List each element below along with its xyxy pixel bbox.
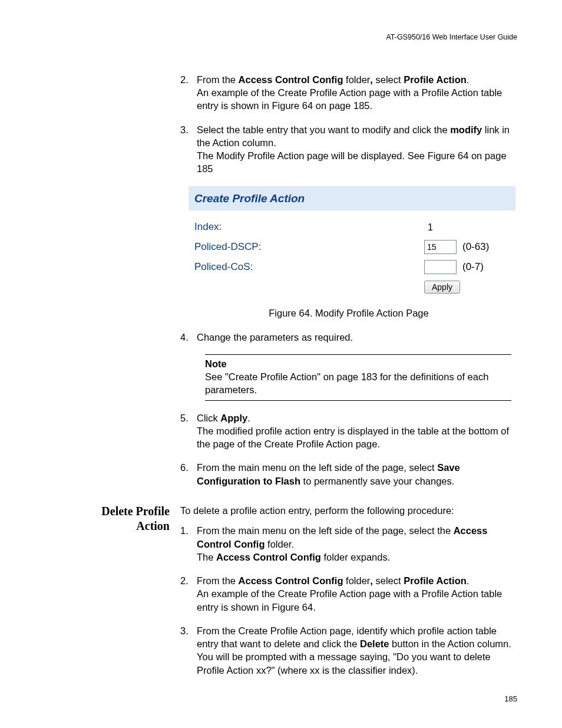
value-area-cos: (0-7) xyxy=(371,260,510,274)
text: From the xyxy=(197,575,239,586)
step-number: 2. xyxy=(180,574,197,614)
side-column xyxy=(45,73,180,498)
panel-title: Create Profile Action xyxy=(189,186,515,211)
text: Select the table entry that you want to … xyxy=(197,124,450,135)
bold-comma: , xyxy=(370,74,375,85)
bold: Access Control Config xyxy=(216,552,321,562)
section-delete-profile-action: Delete Profile Action To delete a profil… xyxy=(45,504,517,687)
text: From the main menu on the left side of t… xyxy=(197,525,454,536)
heading-line1: Delete Profile xyxy=(101,505,170,518)
step-5: 5. Click Apply. The modified profile act… xyxy=(180,411,517,451)
spacer xyxy=(194,281,424,294)
note-rule-bottom xyxy=(205,400,511,401)
policed-cos-input[interactable] xyxy=(424,260,457,274)
procedure-list-1c: 5. Click Apply. The modified profile act… xyxy=(180,411,517,487)
heading-line2: Action xyxy=(136,519,170,532)
step-2: 2. From the Access Control Config folder… xyxy=(180,73,517,113)
value-area-dscp: (0-63) xyxy=(371,240,510,254)
text: to permanently save your changes. xyxy=(300,476,454,486)
text: From the main menu on the left side of t… xyxy=(197,462,437,473)
step-followup: The modified profile action entry is dis… xyxy=(197,424,517,451)
page-number: 185 xyxy=(504,694,517,704)
panel-button-row: Apply xyxy=(189,277,515,296)
procedure-list-1: 2. From the Access Control Config folder… xyxy=(180,73,517,176)
row-policed-dscp: Policed-DSCP: (0-63) xyxy=(189,237,515,257)
bold-comma: , xyxy=(370,575,375,586)
label-policed-cos: Policed-CoS: xyxy=(194,261,371,274)
cos-range: (0-7) xyxy=(462,261,484,274)
row-index: Index: 1 xyxy=(189,218,515,237)
step-3: 3. From the Create Profile Action page, … xyxy=(180,624,517,677)
value-area-index: 1 xyxy=(371,221,510,234)
bold: Profile Action xyxy=(404,74,467,85)
step-body: From the Access Control Config folder, s… xyxy=(197,574,517,614)
step-number: 3. xyxy=(180,123,197,176)
note-rule-top xyxy=(205,354,511,355)
row-policed-cos: Policed-CoS: (0-7) xyxy=(189,257,515,277)
procedure-list-1b: 4. Change the parameters as required. xyxy=(180,331,517,344)
step-number: 6. xyxy=(180,461,197,487)
index-value: 1 xyxy=(424,221,433,234)
text: The xyxy=(197,552,216,562)
label-index: Index: xyxy=(194,220,371,234)
step-number: 1. xyxy=(180,524,197,564)
text: From the xyxy=(197,74,239,85)
step-2: 2. From the Access Control Config folder… xyxy=(180,574,517,614)
step-followup: You will be prompted with a message sayi… xyxy=(197,650,517,677)
text: folder xyxy=(343,74,370,85)
bold: Access Control Config xyxy=(239,575,343,586)
step-followup: An example of the Create Profile Action … xyxy=(197,587,517,614)
note-block: Note See "Create Profile Action" on page… xyxy=(205,354,511,401)
step-number: 3. xyxy=(180,624,197,677)
figure-caption: Figure 64. Modify Profile Action Page xyxy=(180,307,517,319)
step-body: From the main menu on the left side of t… xyxy=(197,461,517,487)
main-column: 2. From the Access Control Config folder… xyxy=(180,73,517,498)
step-number: 5. xyxy=(180,411,197,451)
side-column: Delete Profile Action xyxy=(45,504,180,687)
running-head: AT-GS950/16 Web Interface User Guide xyxy=(45,32,517,42)
text: folder. xyxy=(265,539,294,549)
step-body: From the Create Profile Action page, ide… xyxy=(197,624,517,677)
text: button in the Action column. xyxy=(389,638,511,649)
dscp-range: (0-63) xyxy=(462,241,489,254)
section-intro: To delete a profile action entry, perfor… xyxy=(180,504,517,517)
step-3: 3. Select the table entry that you want … xyxy=(180,123,517,176)
text: . xyxy=(247,413,250,423)
step-body: Change the parameters as required. xyxy=(197,331,517,344)
note-body: See "Create Profile Action" on page 183 … xyxy=(205,370,511,397)
bold: Profile Action xyxy=(404,575,467,586)
page: AT-GS950/16 Web Interface User Guide 2. … xyxy=(0,0,562,728)
body-columns: 2. From the Access Control Config folder… xyxy=(45,73,517,498)
step-number: 4. xyxy=(180,331,197,344)
step-6: 6. From the main menu on the left side o… xyxy=(180,461,517,487)
main-column: To delete a profile action entry, perfor… xyxy=(180,504,517,687)
step-body: Click Apply. The modified profile action… xyxy=(197,411,517,451)
policed-dscp-input[interactable] xyxy=(424,240,457,254)
bold: modify xyxy=(450,124,482,135)
text: select xyxy=(376,74,404,85)
bold: Delete xyxy=(360,638,389,649)
bold: Apply xyxy=(220,413,247,423)
bold: Access Control Config xyxy=(239,74,343,85)
step-followup: The Modify Profile Action page will be d… xyxy=(197,149,517,176)
create-profile-action-panel: Create Profile Action Index: 1 Policed-D… xyxy=(189,186,515,297)
step-number: 2. xyxy=(180,73,197,113)
step-body: From the main menu on the left side of t… xyxy=(197,524,517,564)
step-followup: The Access Control Config folder expands… xyxy=(197,551,517,564)
procedure-list-2: 1. From the main menu on the left side o… xyxy=(180,524,517,677)
text: Click xyxy=(197,413,220,423)
step-body: From the Access Control Config folder, s… xyxy=(197,73,517,113)
text: select xyxy=(376,575,404,586)
label-policed-dscp: Policed-DSCP: xyxy=(194,241,371,254)
step-4: 4. Change the parameters as required. xyxy=(180,331,517,344)
text: folder expands. xyxy=(321,552,390,562)
note-title: Note xyxy=(205,357,511,370)
step-1: 1. From the main menu on the left side o… xyxy=(180,524,517,564)
side-heading: Delete Profile Action xyxy=(45,504,180,533)
text: folder xyxy=(343,575,370,586)
step-body: Select the table entry that you want to … xyxy=(197,123,517,176)
apply-button[interactable]: Apply xyxy=(424,281,460,294)
text: . xyxy=(467,74,470,85)
text: . xyxy=(467,575,470,586)
step-followup: An example of the Create Profile Action … xyxy=(197,86,517,113)
